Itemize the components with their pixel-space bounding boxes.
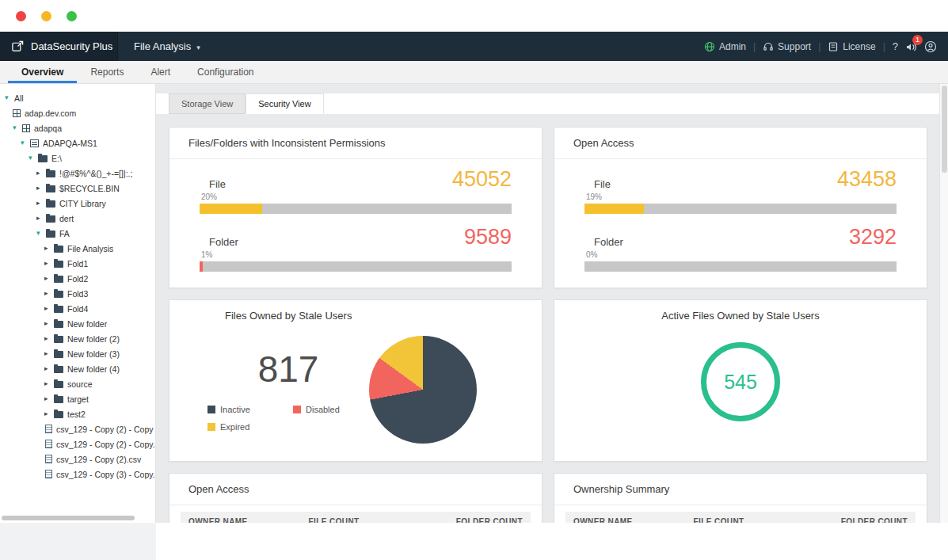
stat-percent: 1% (201, 250, 512, 259)
legend-swatch (207, 406, 215, 413)
tree-item-icon (54, 411, 63, 418)
tree-expand-arrow-icon[interactable] (36, 181, 46, 196)
tree-item[interactable]: All (0, 90, 155, 105)
tree-item[interactable]: Fold1 (0, 256, 155, 271)
tree-item[interactable]: New folder (0, 316, 155, 331)
tree-item[interactable]: New folder (3) (0, 346, 155, 361)
tree-expand-arrow-icon[interactable] (44, 391, 54, 406)
tree-item[interactable]: $RECYCLE.BIN (0, 181, 155, 196)
tree-item[interactable]: source (0, 376, 155, 391)
tree-item[interactable]: Fold4 (0, 301, 155, 316)
card-body: 817 Inactive (169, 331, 542, 461)
tree-item[interactable]: csv_129 - Copy (3) - Copy.csv (0, 467, 155, 482)
tree-item[interactable]: dert (0, 211, 155, 226)
table-column-header: OWNER NAME (181, 512, 301, 523)
tree-expand-arrow-icon[interactable] (44, 346, 54, 361)
tree-expand-arrow-icon[interactable] (36, 211, 46, 226)
tree-expand-arrow-icon[interactable] (44, 256, 54, 271)
sidebar-horizontal-scrollbar[interactable] (2, 516, 135, 520)
card-body: File 43458 19% Folder 3292 (554, 159, 927, 288)
tree-expand-arrow-icon[interactable] (44, 286, 54, 301)
tree-item[interactable]: csv_129 - Copy (2) - Copy.csv (0, 436, 155, 451)
tree-item[interactable]: FA (0, 226, 155, 241)
tree-item-label: csv_129 - Copy (3) - Copy.csv (56, 470, 155, 479)
tree-item[interactable]: target (0, 391, 155, 406)
card-title: Files Owned by Stale Users (169, 300, 542, 331)
tree-item[interactable]: adap.dev.com (0, 105, 155, 120)
tree-item-icon (45, 440, 52, 448)
tree-item[interactable]: E:\ (0, 150, 155, 166)
tree-expand-arrow-icon[interactable] (44, 361, 54, 376)
tree-item[interactable]: adapqa (0, 120, 155, 135)
tree-expand-arrow-icon[interactable] (36, 226, 46, 241)
tab-overview[interactable]: Overview (8, 61, 77, 83)
tree-item[interactable]: Fold3 (0, 286, 155, 301)
progress-bar-fill (584, 204, 644, 214)
account-button[interactable] (924, 40, 937, 53)
active-stale-users-donut-chart: 545 (701, 342, 780, 421)
tree-item[interactable]: csv_129 - Copy (2).csv (0, 451, 155, 467)
tree-item[interactable]: test2 (0, 406, 155, 421)
help-button[interactable]: ? (893, 40, 898, 52)
card-active-stale-users: Active Files Owned by Stale Users 545 (554, 299, 927, 462)
tree-item-icon (46, 230, 55, 238)
tree-item[interactable]: ADAPQA-MS1 (0, 135, 155, 150)
tree-item-label: csv_129 - Copy (2).csv (56, 455, 141, 464)
window-close-button[interactable] (16, 11, 26, 21)
tree-item[interactable]: File Analysis (0, 241, 155, 256)
card-title: Ownership Summary (554, 474, 927, 505)
tree-expand-arrow-icon[interactable] (44, 376, 54, 391)
tree-item-label: csv_129 - Copy (2) - Copy - Cop (56, 425, 155, 434)
tree-item-label: New folder (3) (67, 349, 120, 359)
window-maximize-button[interactable] (67, 11, 77, 21)
tree-expand-arrow-icon[interactable] (44, 406, 54, 421)
table-column-header: FILE COUNT (301, 512, 448, 523)
tree-expand-arrow-icon[interactable] (5, 90, 14, 105)
stat-label: File (209, 178, 226, 190)
license-link[interactable]: License (828, 41, 875, 52)
app-logo[interactable]: DataSecurity Plus (0, 32, 117, 61)
tree-item[interactable]: csv_129 - Copy (2) - Copy - Cop (0, 421, 155, 436)
tab-security-view[interactable]: Security View (246, 93, 323, 114)
tab-storage-view[interactable]: Storage View (169, 93, 246, 114)
stat-percent: 19% (586, 192, 897, 201)
tree-expand-arrow-icon[interactable] (29, 150, 38, 166)
main-scrollbar-thumb[interactable] (942, 86, 947, 173)
tree-list: All adap.dev.com adapqa (0, 90, 155, 482)
progress-bar (200, 204, 512, 214)
tree-item[interactable]: Fold2 (0, 271, 155, 286)
notifications-button[interactable]: 1 (905, 41, 917, 52)
tree-expand-arrow-icon[interactable] (44, 271, 54, 286)
tree-expand-arrow-icon[interactable] (44, 331, 54, 346)
stat-value: 3292 (849, 227, 897, 248)
tab-configuration[interactable]: Configuration (184, 61, 267, 83)
chevron-down-icon (196, 40, 200, 52)
tree-item-icon (54, 336, 63, 343)
tree-item-icon (38, 155, 48, 162)
card-open-access: Open Access File 43458 19% (554, 127, 927, 288)
table-column-header: FOLDER COUNT (833, 512, 916, 523)
tree-expand-arrow-icon[interactable] (44, 241, 54, 256)
admin-link[interactable]: Admin (704, 41, 746, 52)
module-selector[interactable]: File Analysis (117, 32, 216, 61)
legend-item: Inactive (207, 405, 284, 414)
tree-item-label: ADAPQA-MS1 (43, 139, 97, 148)
tree-item[interactable]: New folder (2) (0, 331, 155, 346)
tree-expand-arrow-icon[interactable] (44, 301, 54, 316)
tree-expand-arrow-icon[interactable] (44, 316, 54, 331)
tree-expand-arrow-icon[interactable] (21, 135, 30, 150)
main-scrollbar[interactable] (939, 84, 948, 523)
tree-item[interactable]: CITY Library (0, 196, 155, 211)
tree-item-label: New folder (2) (67, 334, 120, 344)
cards-grid: Files/Folders with Inconsistent Permissi… (156, 114, 948, 523)
window-minimize-button[interactable] (41, 11, 51, 21)
tree-item[interactable]: !@#$%^&()_+-=[]|:.; (0, 166, 155, 181)
tab-reports[interactable]: Reports (77, 61, 137, 83)
tab-alert[interactable]: Alert (137, 61, 184, 83)
support-link[interactable]: Support (763, 41, 811, 52)
tree-item[interactable]: New folder (4) (0, 361, 155, 376)
tree-expand-arrow-icon[interactable] (13, 120, 22, 135)
tree-expand-arrow-icon[interactable] (36, 166, 46, 181)
progress-bar (584, 204, 897, 214)
tree-expand-arrow-icon[interactable] (36, 196, 46, 211)
